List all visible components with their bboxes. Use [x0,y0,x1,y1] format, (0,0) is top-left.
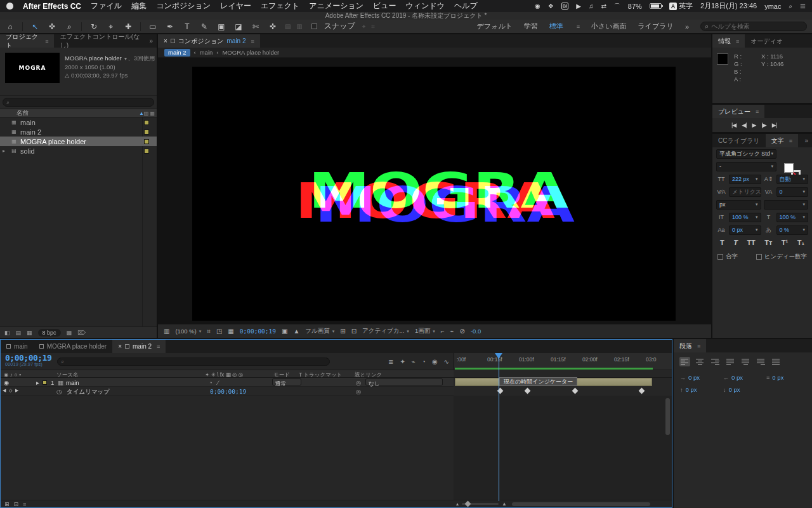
workspace-standard[interactable]: 標準 [549,22,563,31]
space-after-field[interactable]: ↓ 0 px [723,386,763,393]
pan-behind-tool[interactable]: ✚ [123,22,133,31]
indent-right-field[interactable]: ← 0 px [723,374,763,381]
workspace-menu-icon[interactable]: ≡ [577,23,580,30]
layer-row-main[interactable]: ◉ ▸ 1 ▦ main ◔ ∕ 通常▾ ◎ なし▾ [1,378,454,387]
composition-canvas[interactable]: MOGRA MOGRA MOGRA [192,67,676,321]
expand-switches-button[interactable]: ⊞ [4,501,10,507]
snap-checkbox[interactable] [311,23,317,29]
camera-tool[interactable]: ⌖ [106,22,116,31]
switch-arrows-icon[interactable]: ⇄ [601,3,606,10]
secondary-unit-dropdown[interactable]: ▾ [764,200,809,210]
breadcrumb-mogra[interactable]: MOGRA place holder [222,49,279,56]
tab-cc-libraries[interactable]: CCライブラリ [712,134,766,147]
menu-help[interactable]: ヘルプ [454,1,478,11]
eye-icon[interactable]: ◉ [4,379,9,386]
play-button[interactable]: ▶ [752,122,756,128]
keyframe-diamond[interactable] [639,388,645,394]
menu-edit[interactable]: 編集 [131,1,147,11]
fast-previews-icon[interactable]: ⌁ [450,328,454,335]
roto-brush-tool[interactable]: ✄ [251,22,261,31]
target-region-icon[interactable]: ⊞ [340,328,345,335]
justify-all-button[interactable] [771,357,782,366]
preview-timecode[interactable]: 0;00;00;19 [240,328,276,335]
hindi-digits-checkbox[interactable] [756,254,762,260]
tracking-dropdown[interactable]: 0▾ [776,187,809,197]
collapse-switch-icon[interactable]: ∕ [218,379,219,386]
indent-left-field[interactable]: → 0 px [680,374,719,381]
hide-shy-layers-icon[interactable]: ⌁ [412,358,416,365]
expand-inout-button[interactable]: ≡ [23,501,26,507]
tab-audio[interactable]: オーディオ [745,34,789,48]
current-time-indicator-line[interactable] [499,353,499,501]
menu-window[interactable]: ウィンドウ [406,1,445,11]
timeline-search-input[interactable] [67,358,326,364]
superscript-button[interactable]: T¹ [782,239,788,246]
pixel-aspect-icon[interactable]: ⌐ [441,328,445,335]
mask-visibility-icon[interactable]: ⊡ [351,328,357,335]
space-before-field[interactable]: ↑ 0 px [680,386,719,393]
current-time-indicator-head[interactable] [495,353,502,359]
tab-paragraph[interactable]: 段落 ≡ [674,339,706,352]
align-right-button[interactable] [710,357,721,366]
pen-tool[interactable]: ✒ [165,22,175,31]
workspace-libraries[interactable]: ライブラリ [638,22,674,31]
panel-menu-icon[interactable]: ≡ [45,38,48,44]
timeline-tab-main[interactable]: main [1,340,34,353]
apple-menu-icon[interactable] [6,3,13,10]
project-row-solid[interactable]: ▸ ▤ solid [0,146,157,156]
zoom-slider[interactable] [462,503,499,505]
menu-composition[interactable]: コンポジション [156,1,211,11]
wifi-icon[interactable]: ⌒ [614,2,620,11]
panel-menu-icon[interactable]: ≡ [157,344,160,350]
tab-preview[interactable]: プレビュー ≡ [712,105,764,118]
panel-menu-icon[interactable]: ≡ [697,343,700,349]
frame-blending-icon[interactable]: ◔ [422,358,426,365]
eraser-tool[interactable]: ◪ [233,22,244,31]
shape-tool[interactable]: ▭ [148,22,158,31]
label-color-chip[interactable] [144,130,149,135]
property-link-icon[interactable]: ◎ [356,388,361,395]
input-method-badge[interactable]: A 英字 [669,1,693,11]
zoom-out-mountain-icon[interactable]: ▴ [456,501,459,507]
workspace-default[interactable]: デフォルト [477,22,513,31]
new-composition-icon[interactable]: ▦ [27,330,32,336]
zoom-in-mountain-icon[interactable]: ▲ [502,501,507,507]
panel-overflow-icon[interactable]: » [801,134,812,147]
justify-last-center-button[interactable] [740,357,751,366]
timeline-tab-main2[interactable]: × main 2 ≡ [112,340,166,353]
layer-color-chip[interactable] [43,380,47,385]
exposure-value[interactable]: -0.0 [471,328,481,335]
project-search-input[interactable] [12,99,150,106]
rotate-tool[interactable]: ↻ [89,22,99,31]
show-snapshot-icon[interactable]: ▲ [293,328,299,335]
project-row-mogra-placeholder[interactable]: ▦ MOGRA place holder [0,137,157,146]
next-keyframe-icon[interactable]: ▶ [15,388,18,393]
menu-layer[interactable]: レイヤー [220,1,251,11]
tab-info[interactable]: 情報 ≡ [712,34,745,48]
home-tool[interactable]: ⌂ [5,22,15,31]
hindi-digits-option[interactable]: ヒンディー数字 [756,253,807,261]
screen-record-icon[interactable]: ◉ [535,3,540,10]
property-value[interactable]: 0;00;00;19 [210,388,246,395]
faux-italic-button[interactable]: T [733,239,738,246]
clone-stamp-tool[interactable]: ▣ [216,22,226,31]
exposure-reset-icon[interactable]: ⊘ [460,328,465,335]
snapshot-icon[interactable]: ▣ [282,328,287,335]
breadcrumb-main[interactable]: main [200,49,213,56]
horizontal-scale-dropdown[interactable]: 100 %▾ [776,213,809,222]
first-frame-button[interactable]: |◀ [731,122,736,128]
keyframe-diamond[interactable] [525,388,531,394]
layer-name[interactable]: main [66,379,79,386]
fill-color-swatch[interactable] [784,163,794,173]
resolution-dropdown[interactable]: フル画質▾ [305,327,334,335]
label-color-chip[interactable] [144,139,149,144]
workspace-learn[interactable]: 学習 [524,22,538,31]
menubar-clock[interactable]: 2月18日(月) 23:46 [700,1,757,11]
menu-file[interactable]: ファイル [91,1,122,11]
monitors-icon[interactable]: ▥ [164,328,169,335]
stopwatch-icon[interactable]: ◷ [56,388,62,395]
keyframe-diamond[interactable] [572,388,579,394]
magnification-dropdown[interactable]: (100 %)▾ [175,328,201,335]
motion-blur-icon[interactable]: ◉ [432,358,438,365]
new-folder-icon[interactable]: ▤ [16,330,22,336]
